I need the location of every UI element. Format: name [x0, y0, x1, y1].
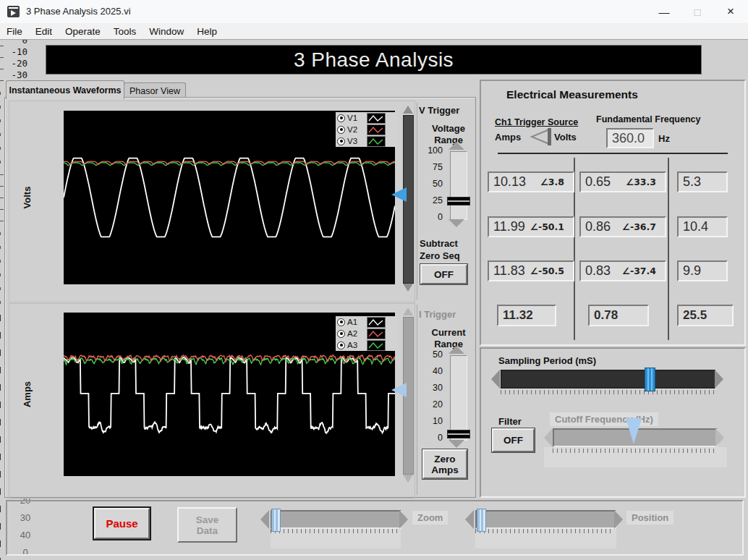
trigger-source-option-amps: Amps: [495, 132, 521, 143]
plot-visible-radio-icon[interactable]: [337, 318, 345, 326]
current-range-track[interactable]: [450, 355, 467, 441]
voltage-range-scale-label: 50: [417, 179, 443, 189]
voltage-range-scale-label: 100: [417, 145, 443, 156]
menu-item-file[interactable]: File: [0, 25, 29, 38]
cutoff-right-arrow-icon[interactable]: [715, 428, 724, 447]
measurement-value: 11.99: [489, 219, 525, 234]
fundamental-frequency-field[interactable]: 360.0: [606, 128, 654, 148]
menu-bar: FileEditOperateToolsWindowHelp: [0, 23, 748, 40]
y-axis-label: Amps: [22, 365, 33, 423]
cutoff-tick-label-mark: [0, 454, 1, 460]
voltage-range-handle[interactable]: [447, 197, 470, 205]
menu-item-window[interactable]: Window: [143, 25, 190, 38]
average-value-box: 0.78: [588, 305, 649, 326]
tab-instantaneous-waveforms[interactable]: Instantaneous Waveforms: [6, 80, 124, 99]
position-slider-track[interactable]: [475, 510, 616, 529]
measurement-value: 5.3: [679, 174, 701, 190]
legend-line-sample-icon[interactable]: [367, 328, 386, 339]
maximize-icon[interactable]: □: [681, 0, 714, 23]
legend-item-a2[interactable]: A2: [336, 328, 398, 339]
current-range-up-icon[interactable]: [449, 346, 464, 354]
menu-item-operate[interactable]: Operate: [59, 25, 107, 38]
measurement-value: 10.13: [489, 174, 526, 190]
filter-button[interactable]: OFF: [492, 428, 535, 452]
i-trigger-title: I Trigger: [419, 309, 456, 320]
zoom-slider-handle[interactable]: [271, 509, 281, 532]
measurement-angle: ∠-37.4: [622, 266, 656, 276]
plot-visible-radio-icon[interactable]: [337, 330, 345, 338]
v-trigger-level-up-icon[interactable]: [403, 106, 413, 114]
legend-line-sample-icon[interactable]: [367, 113, 386, 124]
legend-line-sample-icon[interactable]: [367, 317, 386, 328]
i-trigger-level-down-icon[interactable]: [403, 475, 413, 483]
measurement-angle: ∠33.3: [626, 177, 656, 187]
legend-item-a1[interactable]: A1: [336, 316, 398, 328]
sampling-slider-track[interactable]: [501, 370, 715, 389]
sampling-slider-handle-right-arrow-icon[interactable]: [715, 370, 723, 389]
current-range-scale-label: 30: [417, 383, 443, 393]
window-titlebar: 3 Phase Analysis 2025.vi — □ ×: [0, 0, 748, 24]
zero-amps-button[interactable]: Zero Amps: [422, 449, 467, 479]
v-trigger-level-pointer-icon[interactable]: [391, 187, 407, 202]
cutoff-left-arrow-icon[interactable]: [544, 428, 553, 447]
legend-item-v1[interactable]: V1: [336, 112, 398, 124]
i-trigger-level-up-icon[interactable]: [403, 307, 413, 315]
voltage-range-track[interactable]: [450, 151, 467, 220]
position-right-arrow-icon[interactable]: [614, 510, 623, 529]
position-left-arrow-icon[interactable]: [465, 510, 474, 529]
trigger-source-switch[interactable]: [529, 127, 552, 146]
plot-visible-radio-icon[interactable]: [337, 137, 345, 145]
legend-line-sample-icon[interactable]: [367, 340, 386, 351]
sampling-tick-label-mark: [0, 315, 1, 321]
app-window: 3 Phase Analysis 2025.vi — □ × FileEditO…: [0, 0, 748, 560]
i-trigger-level-pointer-icon[interactable]: [391, 383, 407, 397]
voltage-range-down-icon[interactable]: [449, 219, 464, 227]
legend-item-v3[interactable]: V3: [336, 135, 398, 147]
y-axis-tick-label: -30: [0, 69, 27, 80]
plot-visible-radio-icon[interactable]: [337, 126, 345, 134]
pause-button[interactable]: Pause: [93, 506, 151, 540]
voltage-range-up-icon[interactable]: [449, 142, 464, 150]
sampling-slider-handle[interactable]: [645, 368, 655, 391]
v-trigger-title: V Trigger: [419, 105, 459, 116]
menu-item-edit[interactable]: Edit: [29, 25, 59, 38]
v-trigger-level-down-icon[interactable]: [403, 284, 413, 292]
legend-label: A3: [347, 341, 365, 349]
filter-label: Filter: [498, 416, 522, 427]
minimize-icon[interactable]: —: [647, 0, 681, 23]
zoom-tick-label-mark: [0, 540, 1, 547]
legend-item-a3[interactable]: A3: [336, 339, 398, 351]
legend-label: V1: [347, 114, 365, 122]
legend-item-v2[interactable]: V2: [336, 124, 398, 135]
position-label: Position: [626, 511, 673, 525]
save-data-button[interactable]: Save Data: [177, 507, 237, 543]
cutoff-tick-label-mark: [0, 419, 1, 425]
tab-phasor-view[interactable]: Phasor View: [124, 82, 186, 98]
current-range-handle[interactable]: [447, 430, 470, 438]
cutoff-slider-pointer-icon[interactable]: [626, 418, 642, 444]
banner-title: 3 Phase Analysis: [294, 48, 454, 72]
subtract-zero-seq-button[interactable]: OFF: [420, 264, 467, 284]
sampling-left-arrow-icon[interactable]: [491, 370, 500, 389]
sampling-tick-label-mark: [0, 349, 1, 356]
position-slider-handle[interactable]: [477, 509, 486, 532]
series-a2: [64, 355, 395, 362]
zoom-right-arrow-icon[interactable]: [399, 510, 408, 529]
plot-visible-radio-icon[interactable]: [337, 114, 345, 122]
menu-item-help[interactable]: Help: [190, 25, 224, 38]
legend-line-sample-icon[interactable]: [367, 124, 386, 135]
measurement-angle: ∠-50.1: [530, 221, 564, 232]
current-range-scale-label: 40: [417, 366, 443, 376]
zoom-left-arrow-icon[interactable]: [260, 510, 269, 529]
zoom-slider-track[interactable]: [271, 510, 401, 529]
current-range-down-icon[interactable]: [449, 440, 464, 448]
column-divider-2: [668, 158, 669, 340]
average-value: 25.5: [679, 308, 707, 323]
menu-item-tools[interactable]: Tools: [107, 25, 143, 38]
measurement-value: 0.83: [581, 263, 611, 279]
measurement-value-box: 0.65∠33.3: [579, 171, 666, 192]
zoom-label: Zoom: [412, 511, 448, 525]
plot-visible-radio-icon[interactable]: [337, 341, 345, 349]
legend-line-sample-icon[interactable]: [367, 136, 386, 147]
close-icon[interactable]: ×: [714, 0, 747, 23]
